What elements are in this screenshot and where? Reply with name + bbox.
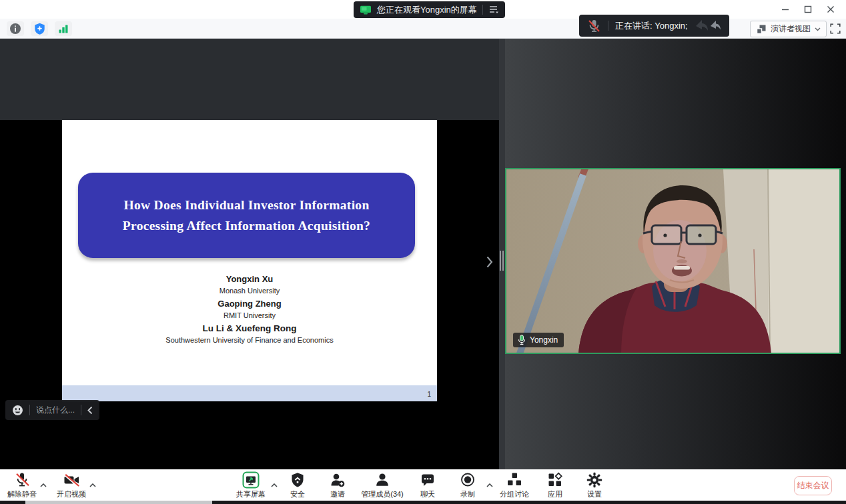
settings-label: 设置: [587, 489, 602, 499]
invite-label: 邀请: [330, 489, 345, 499]
watching-screen-label: 您正在观看Yongxin的屏幕: [377, 4, 477, 16]
maximize-button[interactable]: [797, 0, 819, 19]
slide-title-line1: How Does Individual Investor Information: [123, 198, 369, 213]
share-screen-label: 共享屏幕: [236, 489, 266, 499]
author-affiliation: Southwestern University of Finance and E…: [62, 336, 437, 344]
breakout-rooms-icon: [506, 471, 523, 489]
view-options-menu-icon[interactable]: [488, 5, 499, 15]
pill-divider: [482, 5, 483, 15]
author-name: Gaoping Zheng: [62, 299, 437, 309]
invite-person-icon: [329, 471, 346, 489]
close-icon: [827, 5, 835, 13]
layout-view-icon: [756, 24, 767, 35]
zoom-meeting-window: 您正在观看Yongxin的屏幕 正在讲话: Yongxin;: [0, 0, 846, 504]
chat-quick-pill: 说点什么...: [5, 400, 99, 420]
slide-page-number: 1: [427, 391, 431, 398]
horizontal-scrollbar[interactable]: [0, 501, 846, 504]
slide-authors: Yongxin Xu Monash University Gaoping Zhe…: [62, 270, 437, 344]
maximize-icon: [804, 5, 812, 13]
breakout-rooms-label: 分组讨论: [500, 489, 529, 499]
network-signal-icon: [57, 23, 69, 35]
camera-off-icon: [63, 471, 81, 489]
panel-divider[interactable]: [499, 39, 505, 469]
slide-footer-bar: 1: [62, 385, 437, 401]
video-panel: Yongxin: [505, 39, 846, 469]
divider-drag-handle[interactable]: [500, 251, 504, 271]
apps-icon: [546, 471, 564, 489]
video-options-caret[interactable]: [88, 481, 97, 489]
author-affiliation: Monash University: [62, 287, 437, 295]
shared-screen-area: How Does Individual Investor Information…: [0, 39, 499, 469]
collapse-chat-icon[interactable]: [87, 406, 93, 415]
unmute-label: 解除静音: [7, 489, 37, 499]
active-speaker-pill: 正在讲话: Yongxin;: [579, 15, 729, 37]
speaker-view-label: 演讲者视图: [771, 23, 811, 35]
participant-video[interactable]: Yongxin: [505, 168, 841, 354]
manage-participants-label: 管理成员(34): [361, 489, 404, 499]
participants-icon: [374, 471, 391, 489]
chat-bubble-icon: [419, 471, 436, 489]
record-label: 录制: [460, 489, 475, 499]
security-shield-icon: [289, 471, 306, 489]
author-name: Lu Li & Xuefeng Rong: [62, 323, 437, 333]
emoji-reactions-icon[interactable]: [12, 405, 23, 416]
chevron-up-icon: [89, 483, 96, 487]
shared-screen-top-band: [0, 39, 499, 120]
screen-share-active-icon: [360, 5, 372, 15]
author-name: Yongxin Xu: [62, 274, 437, 284]
share-screen-icon: [242, 471, 260, 489]
mic-muted-icon: [13, 471, 31, 489]
slide-title-box: How Does Individual Investor Information…: [78, 173, 415, 258]
mic-active-icon: [518, 335, 526, 345]
muted-mic-icon: [587, 19, 601, 33]
minimize-icon: [781, 5, 789, 13]
chevron-right-icon: [486, 256, 493, 268]
meeting-toolbar: 解除静音 开启视频 共享屏幕: [0, 469, 846, 501]
security-label: 安全: [290, 489, 305, 499]
start-video-label: 开启视频: [57, 489, 86, 499]
record-icon: [459, 471, 476, 489]
end-meeting-button[interactable]: 结束会议: [794, 476, 832, 495]
encryption-button[interactable]: [31, 21, 48, 36]
pill-divider: [29, 405, 30, 415]
apps-label: 应用: [548, 489, 562, 499]
settings-button[interactable]: 设置: [568, 471, 620, 501]
annotation-arrows-icon[interactable]: [695, 19, 721, 33]
author-affiliation: RMIT University: [62, 311, 437, 319]
speaker-view-button[interactable]: 演讲者视图: [750, 21, 827, 37]
meeting-info-button[interactable]: [7, 21, 24, 36]
settings-gear-icon: [586, 471, 603, 489]
participant-video-image: [506, 169, 841, 353]
info-icon: [9, 23, 21, 35]
network-quality-button[interactable]: [55, 21, 72, 36]
presentation-slide: How Does Individual Investor Information…: [62, 120, 437, 401]
slide-title-line2: Processing Affect Information Acquisitio…: [123, 219, 370, 233]
expand-panel-button[interactable]: [484, 255, 495, 269]
scrollbar-thumb[interactable]: [25, 501, 212, 504]
fullscreen-icon: [830, 23, 841, 34]
pill-divider: [608, 21, 608, 31]
chevron-down-icon: [815, 27, 821, 31]
window-controls: [774, 0, 842, 19]
participant-name-badge: Yongxin: [513, 333, 564, 347]
chat-input[interactable]: 说点什么...: [36, 405, 75, 416]
minimize-button[interactable]: [774, 0, 797, 19]
watching-screen-pill: 您正在观看Yongxin的屏幕: [354, 1, 505, 18]
close-button[interactable]: [819, 0, 842, 19]
manage-participants-button[interactable]: 管理成员(34): [356, 471, 408, 501]
fullscreen-button[interactable]: [829, 22, 842, 35]
chat-label: 聊天: [420, 489, 435, 499]
active-speaker-label: 正在讲话: Yongxin;: [615, 20, 688, 32]
encryption-shield-icon: [33, 22, 46, 35]
pill-divider: [81, 405, 81, 415]
participant-name-label: Yongxin: [530, 335, 558, 345]
